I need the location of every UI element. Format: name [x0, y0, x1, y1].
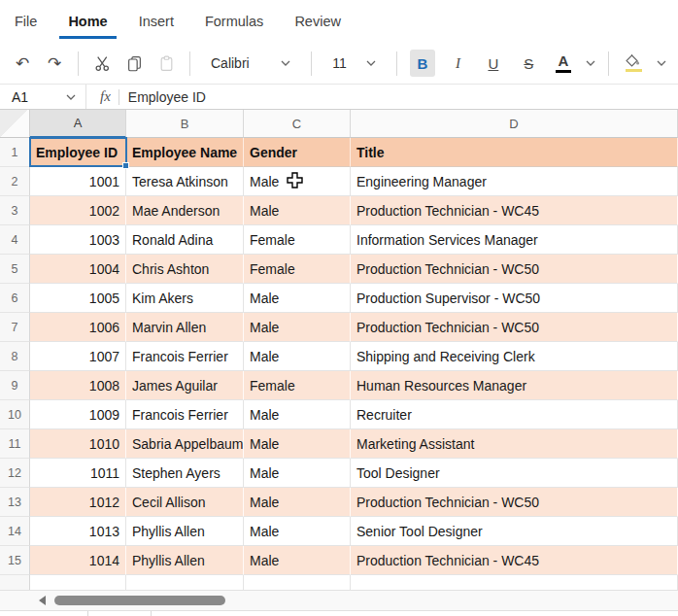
cell-d13[interactable]: Production Technician - WC50	[351, 488, 678, 517]
cell-c9[interactable]: Female	[244, 371, 351, 400]
row-header-13[interactable]: 13	[0, 488, 30, 517]
cell-a14[interactable]: 1013	[30, 517, 126, 546]
cell-d2[interactable]: Engineering Manager	[351, 167, 678, 196]
tab-insert[interactable]: Insert	[136, 12, 177, 31]
cell-b11[interactable]: Sabria Appelbaum	[126, 429, 244, 459]
cell-a5[interactable]: 1004	[30, 255, 126, 284]
cell-c3[interactable]: Male	[244, 196, 351, 225]
cell-a7[interactable]: 1006	[30, 313, 126, 342]
cell-d10[interactable]: Recruiter	[351, 400, 678, 429]
undo-button[interactable]: ↶	[12, 50, 33, 77]
underline-button[interactable]: U	[481, 50, 505, 77]
cell-b14[interactable]: Phyllis Allen	[126, 517, 244, 546]
cell-a1[interactable]: Employee ID	[30, 138, 126, 167]
cell-a3[interactable]: 1002	[30, 196, 126, 225]
column-header-d[interactable]: D	[351, 110, 678, 138]
cell[interactable]	[351, 575, 678, 590]
redo-button[interactable]: ↷	[44, 50, 65, 77]
cell-d12[interactable]: Tool Designer	[351, 459, 678, 488]
cell-c2[interactable]: Male	[244, 167, 351, 196]
cell-a6[interactable]: 1005	[30, 284, 126, 313]
column-header-c[interactable]: C	[244, 110, 351, 138]
cell-d11[interactable]: Marketing Assistant	[351, 429, 678, 459]
copy-button[interactable]	[123, 50, 145, 77]
cell-d8[interactable]: Shipping and Receiving Clerk	[351, 342, 678, 371]
font-size-dropdown[interactable]: 11	[324, 50, 384, 77]
row-header-1[interactable]: 1	[0, 138, 30, 167]
cell-a4[interactable]: 1003	[30, 225, 126, 255]
cell-d7[interactable]: Production Technician - WC50	[351, 313, 678, 342]
cell-b15[interactable]: Phyllis Allen	[126, 546, 244, 575]
bold-button[interactable]: B	[410, 50, 434, 77]
column-header-a[interactable]: A	[30, 110, 126, 138]
horizontal-scrollbar[interactable]	[0, 590, 678, 610]
row-header-8[interactable]: 8	[0, 342, 30, 371]
row-header-12[interactable]: 12	[0, 459, 30, 488]
cell-d14[interactable]: Senior Tool Designer	[351, 517, 678, 546]
scroll-left-arrow-icon[interactable]	[39, 596, 46, 605]
row-header-5[interactable]: 5	[0, 255, 30, 284]
row-header-6[interactable]: 6	[0, 284, 30, 313]
strikethrough-button[interactable]: S	[517, 50, 541, 77]
cell-c1[interactable]: Gender	[244, 138, 351, 167]
row-header-3[interactable]: 3	[0, 196, 30, 225]
cell-d5[interactable]: Production Technician - WC50	[351, 255, 678, 284]
column-header-b[interactable]: B	[126, 110, 244, 138]
cell-d1[interactable]: Title	[351, 138, 678, 167]
cell-a12[interactable]: 1011	[30, 459, 126, 488]
cell-c8[interactable]: Male	[244, 342, 351, 371]
fill-color-menu-chevron-icon[interactable]	[657, 60, 666, 66]
horizontal-scrollbar-thumb[interactable]	[54, 596, 225, 605]
cell-b13[interactable]: Cecil Allison	[126, 488, 244, 517]
cell-a2[interactable]: 1001	[30, 167, 126, 196]
cell-b1[interactable]: Employee Name	[126, 138, 244, 167]
row-header-14[interactable]: 14	[0, 517, 30, 546]
cell-a15[interactable]: 1014	[30, 546, 126, 575]
row-header-11[interactable]: 11	[0, 429, 30, 459]
cell-b7[interactable]: Marvin Allen	[126, 313, 244, 342]
cell-c14[interactable]: Male	[244, 517, 351, 546]
cell-b5[interactable]: Chris Ashton	[126, 255, 244, 284]
cell-b9[interactable]: James Aguilar	[126, 371, 244, 400]
cell-b6[interactable]: Kim Akers	[126, 284, 244, 313]
font-name-dropdown[interactable]: Calibri	[203, 50, 298, 77]
cell-a9[interactable]: 1008	[30, 371, 126, 400]
cell-c5[interactable]: Female	[244, 255, 351, 284]
cell-c10[interactable]: Male	[244, 400, 351, 429]
fx-icon[interactable]: fx	[86, 88, 119, 105]
cell-b3[interactable]: Mae Anderson	[126, 196, 244, 225]
cell[interactable]	[244, 575, 351, 590]
row-header[interactable]	[0, 575, 30, 590]
tab-file[interactable]: File	[12, 12, 40, 31]
fill-color-button[interactable]	[622, 50, 646, 77]
row-header-10[interactable]: 10	[0, 400, 30, 429]
cell-c7[interactable]: Male	[244, 313, 351, 342]
cell-c6[interactable]: Male	[244, 284, 351, 313]
cell-b12[interactable]: Stephen Ayers	[126, 459, 244, 488]
cell-c11[interactable]: Male	[244, 429, 351, 459]
cell-b2[interactable]: Teresa Atkinson	[126, 167, 244, 196]
row-header-7[interactable]: 7	[0, 313, 30, 342]
font-color-menu-chevron-icon[interactable]	[586, 60, 595, 66]
cell-d4[interactable]: Information Services Manager	[351, 225, 678, 255]
cell-d3[interactable]: Production Technician - WC45	[351, 196, 678, 225]
cell-b8[interactable]: Francois Ferrier	[126, 342, 244, 371]
formula-input[interactable]: Employee ID	[119, 89, 206, 105]
cell-a11[interactable]: 1010	[30, 429, 126, 459]
row-header-9[interactable]: 9	[0, 371, 30, 400]
cell-a8[interactable]: 1007	[30, 342, 126, 371]
paste-button[interactable]	[155, 50, 177, 77]
cell[interactable]	[126, 575, 244, 590]
cell-c13[interactable]: Male	[244, 488, 351, 517]
tab-formulas[interactable]: Formulas	[202, 12, 266, 31]
cell-b10[interactable]: Francois Ferrier	[126, 400, 244, 429]
cell-d9[interactable]: Human Resources Manager	[351, 371, 678, 400]
row-header-4[interactable]: 4	[0, 225, 30, 255]
cell-c12[interactable]: Male	[244, 459, 351, 488]
cell[interactable]	[30, 575, 126, 590]
cell-c4[interactable]: Female	[244, 225, 351, 255]
cut-button[interactable]	[91, 50, 113, 77]
name-box[interactable]: A1	[0, 85, 85, 109]
cell-b4[interactable]: Ronald Adina	[126, 225, 244, 255]
tab-review[interactable]: Review	[291, 12, 344, 31]
